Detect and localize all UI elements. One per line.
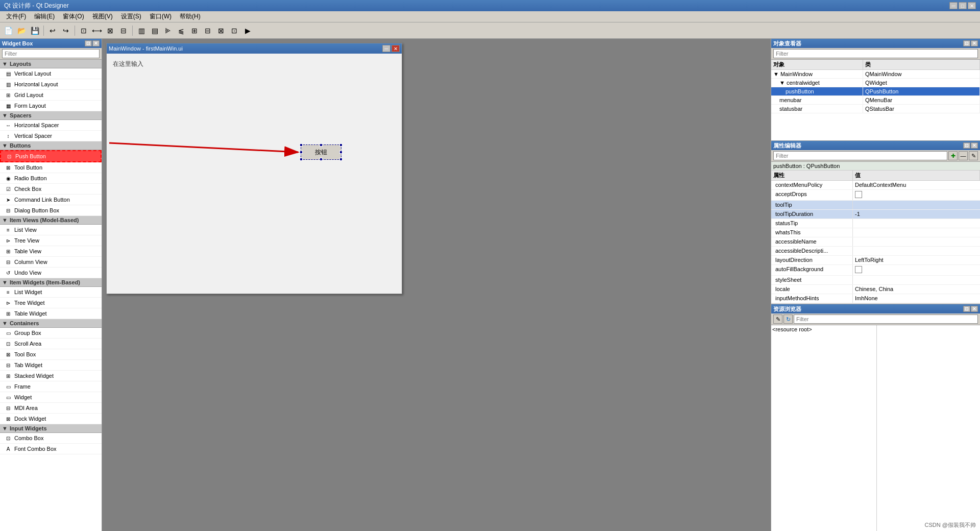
prop-row-contextmenupolicy[interactable]: contextMenuPolicy DefaultContextMenu: [771, 181, 980, 190]
category-spacers[interactable]: ▼Spacers: [0, 111, 102, 120]
resize-handle-br[interactable]: [339, 158, 342, 161]
widget-list-widget[interactable]: ≡ List Widget: [0, 287, 102, 298]
prop-row-accessibledesc[interactable]: accessibleDescripti...: [771, 247, 980, 256]
resource-filter-input[interactable]: [794, 315, 978, 324]
widget-tool-box[interactable]: ⊠ Tool Box: [0, 349, 102, 360]
toolbar-break-layout[interactable]: ⊠: [215, 25, 227, 37]
close-button[interactable]: ✕: [968, 2, 976, 9]
tree-row-mainwindow[interactable]: ▼ MainWindow QMainWindow: [771, 70, 980, 79]
prop-row-layoutdirection[interactable]: layoutDirection LeftToRight: [771, 256, 980, 265]
widget-list-view[interactable]: ≡ List View: [0, 225, 102, 235]
toolbar-new[interactable]: 📄: [2, 25, 14, 37]
property-filter-input[interactable]: [773, 151, 947, 160]
widget-group-box[interactable]: ▭ Group Box: [0, 328, 102, 339]
widget-table-widget[interactable]: ⊞ Table Widget: [0, 308, 102, 319]
tree-row-pushbutton[interactable]: pushButton QPushButton: [771, 87, 980, 96]
toolbar-adjust-size[interactable]: ⊡: [228, 25, 240, 37]
tree-row-menubar[interactable]: menubar QMenuBar: [771, 96, 980, 105]
menu-settings[interactable]: 设置(S): [117, 11, 145, 22]
designer-close[interactable]: ✕: [391, 45, 400, 52]
toolbar-redo[interactable]: ↪: [60, 25, 72, 37]
toolbar-widget-edit[interactable]: ⊡: [78, 25, 90, 37]
widget-grid-layout[interactable]: ⊞ Grid Layout: [0, 90, 102, 101]
widget-horizontal-spacer[interactable]: ↔ Horizontal Spacer: [0, 120, 102, 131]
toolbar-save[interactable]: 💾: [29, 25, 41, 37]
widget-scroll-area[interactable]: ⊡ Scroll Area: [0, 339, 102, 349]
menu-form[interactable]: 窗体(O): [59, 11, 88, 22]
resize-handle-mr[interactable]: [339, 151, 342, 154]
menu-window[interactable]: 窗口(W): [145, 11, 176, 22]
property-editor-float[interactable]: ⊡: [963, 142, 970, 149]
menu-edit[interactable]: 编辑(E): [30, 11, 59, 22]
toolbar-layout-grid[interactable]: ⊞: [188, 25, 201, 37]
resource-browser-float[interactable]: ⊡: [963, 306, 970, 312]
tree-row-statusbar[interactable]: statusbar QStatusBar: [771, 105, 980, 113]
object-inspector-float[interactable]: ⊡: [963, 40, 970, 46]
maximize-button[interactable]: □: [959, 2, 967, 9]
widget-tree-view[interactable]: ⊳ Tree View: [0, 235, 102, 246]
widget-box-close[interactable]: ✕: [92, 40, 100, 46]
widget-horizontal-layout[interactable]: ▥ Horizontal Layout: [0, 79, 102, 90]
resource-browser-close[interactable]: ✕: [971, 306, 978, 312]
widget-box-filter-input[interactable]: [2, 49, 100, 58]
widget-frame[interactable]: ▭ Frame: [0, 381, 102, 392]
designer-canvas[interactable]: 在这里输入 按钮: [107, 54, 402, 294]
toolbar-layout-form[interactable]: ⊟: [202, 25, 214, 37]
widget-vertical-layout[interactable]: ▤ Vertical Layout: [0, 68, 102, 79]
toolbar-open[interactable]: 📂: [15, 25, 28, 37]
category-item-views[interactable]: ▼Item Views (Model-Based): [0, 216, 102, 225]
category-item-widgets[interactable]: ▼Item Widgets (Item-Based): [0, 278, 102, 287]
category-buttons[interactable]: ▼Buttons: [0, 141, 102, 150]
prop-row-locale[interactable]: locale Chinese, China: [771, 285, 980, 294]
widget-table-view[interactable]: ⊞ Table View: [0, 246, 102, 257]
toolbar-tab-order[interactable]: ⊟: [117, 25, 130, 37]
resize-handle-bm[interactable]: [320, 158, 323, 161]
widget-form-layout[interactable]: ▦ Form Layout: [0, 101, 102, 111]
menu-file[interactable]: 文件(F): [2, 11, 30, 22]
resize-handle-ml[interactable]: [300, 151, 303, 154]
prop-row-tooltip[interactable]: toolTip: [771, 201, 980, 210]
minimize-button[interactable]: ─: [949, 2, 958, 9]
widget-widget[interactable]: ▭ Widget: [0, 392, 102, 403]
prop-row-whatshis[interactable]: whatsThis: [771, 228, 980, 237]
widget-tab-widget[interactable]: ⊟ Tab Widget: [0, 360, 102, 371]
category-layouts[interactable]: ▼Layouts: [0, 60, 102, 68]
widget-push-button[interactable]: ⊡ Push Button: [0, 150, 102, 162]
widget-combo-box[interactable]: ⊡ Combo Box: [0, 433, 102, 444]
toolbar-buddy[interactable]: ⊠: [104, 25, 116, 37]
resize-handle-tl[interactable]: [300, 143, 303, 147]
widget-mdi-area[interactable]: ⊟ MDI Area: [0, 403, 102, 414]
toolbar-layout-split-h[interactable]: ⫸: [162, 25, 174, 37]
widget-dock-widget[interactable]: ⊠ Dock Widget: [0, 414, 102, 424]
resource-refresh-btn[interactable]: ↻: [783, 315, 793, 324]
menu-view[interactable]: 视图(V): [88, 11, 117, 22]
widget-tool-button[interactable]: ⊠ Tool Button: [0, 162, 102, 173]
canvas-push-button[interactable]: 按钮: [301, 144, 341, 160]
prop-row-acceptdrops[interactable]: acceptDrops: [771, 190, 980, 201]
autofill-checkbox[interactable]: [855, 266, 862, 273]
widget-font-combo-box[interactable]: A Font Combo Box: [0, 444, 102, 454]
prop-row-accessiblename[interactable]: accessibleName: [771, 237, 980, 247]
accept-drops-checkbox[interactable]: [855, 191, 862, 198]
prop-row-autofillbg[interactable]: autoFillBackground: [771, 265, 980, 276]
toolbar-preview[interactable]: ▶: [241, 25, 254, 37]
resize-handle-bl[interactable]: [300, 158, 303, 161]
resource-edit-btn[interactable]: ✎: [773, 315, 782, 324]
widget-box-float[interactable]: ⊡: [85, 40, 92, 46]
toolbar-layout-h[interactable]: ▥: [135, 25, 148, 37]
widget-check-box[interactable]: ☑ Check Box: [0, 184, 102, 195]
property-add-btn[interactable]: ✚: [948, 151, 958, 160]
designer-minimize[interactable]: ─: [382, 45, 390, 52]
widget-vertical-spacer[interactable]: ↕ Vertical Spacer: [0, 131, 102, 141]
category-input-widgets[interactable]: ▼Input Widgets: [0, 424, 102, 433]
prop-row-tooltipduration[interactable]: toolTipDuration -1: [771, 210, 980, 219]
resize-handle-tm[interactable]: [320, 143, 323, 147]
object-inspector-filter-input[interactable]: [773, 49, 978, 58]
toolbar-layout-split-v[interactable]: ⫹: [175, 25, 187, 37]
toolbar-layout-v[interactable]: ▤: [149, 25, 161, 37]
object-inspector-close[interactable]: ✕: [971, 40, 978, 46]
widget-command-link-button[interactable]: ➤ Command Link Button: [0, 195, 102, 205]
property-minus-btn[interactable]: —: [959, 151, 968, 160]
widget-tree-widget[interactable]: ⊳ Tree Widget: [0, 298, 102, 308]
toolbar-signal-slot[interactable]: ⟷: [91, 25, 103, 37]
